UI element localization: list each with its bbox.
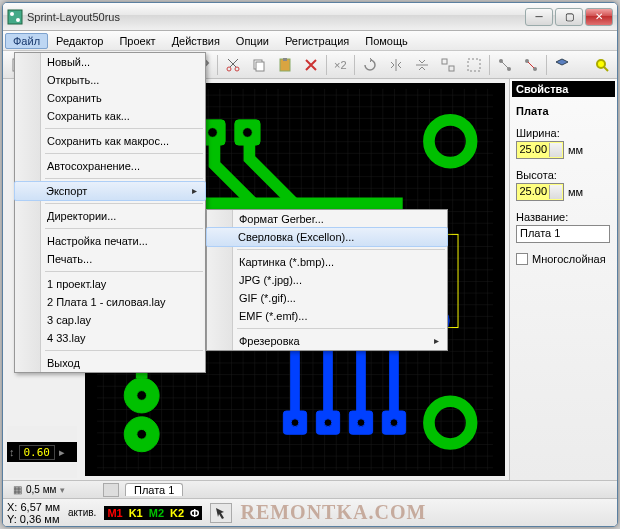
tool-paste[interactable] — [274, 54, 296, 76]
tool-rotate[interactable] — [359, 54, 381, 76]
svg-point-35 — [208, 128, 218, 138]
width-label: Ширина: — [516, 127, 611, 139]
scissors-icon — [225, 57, 241, 73]
file-menu-item-2[interactable]: Сохранить — [15, 89, 205, 107]
copy-icon — [251, 57, 267, 73]
properties-panel: Свойства Плата Ширина: 25.00 мм Высота: … — [509, 79, 617, 480]
x2-label: ×2 — [334, 59, 347, 71]
export-menu-item-8[interactable]: Фрезеровка — [207, 332, 447, 350]
multilayer-checkbox[interactable]: Многослойная — [516, 253, 611, 265]
app-window: Sprint-Layout50rus ─ ▢ ✕ Файл Редактор П… — [2, 2, 618, 527]
tool-layers[interactable] — [551, 54, 573, 76]
left-strip-2 — [7, 464, 77, 478]
maximize-button[interactable]: ▢ — [555, 8, 583, 26]
y-value: 0,36 мм — [20, 513, 60, 525]
file-menu-item-7[interactable]: Автосохранение... — [15, 157, 205, 175]
export-menu-item-5[interactable]: GIF (*.gif)... — [207, 289, 447, 307]
file-menu-item-5[interactable]: Сохранить как макрос... — [15, 132, 205, 150]
separator — [546, 55, 547, 75]
height-label: Высота: — [516, 169, 611, 181]
menu-editor[interactable]: Редактор — [48, 33, 111, 49]
svg-point-29 — [137, 429, 147, 439]
file-menu-item-13[interactable]: Настройка печати... — [15, 232, 205, 250]
watermark: REMONTKA.COM — [240, 501, 426, 524]
export-submenu: Формат Gerber...Сверловка (Excellon)...К… — [206, 209, 448, 351]
menu-file[interactable]: Файл — [5, 33, 48, 49]
app-icon — [7, 9, 23, 25]
tool-mirror-h[interactable] — [385, 54, 407, 76]
file-menu-item-3[interactable]: Сохранить как... — [15, 107, 205, 125]
name-label: Название: — [516, 211, 611, 223]
separator — [354, 55, 355, 75]
file-menu-item-11[interactable]: Директории... — [15, 207, 205, 225]
menu-options[interactable]: Опции — [228, 33, 277, 49]
tool-delete[interactable] — [300, 54, 322, 76]
menu-help[interactable]: Помощь — [357, 33, 416, 49]
svg-rect-11 — [256, 62, 264, 71]
tab-strip: ▦ 0,5 мм ▾ Плата 1 — [3, 480, 617, 498]
file-menu-item-14[interactable]: Печать... — [15, 250, 205, 268]
cursor-icon — [214, 506, 228, 520]
file-menu-item-0[interactable]: Новый... — [15, 53, 205, 71]
coordinates: X: 6,57 мм Y: 0,36 мм — [7, 501, 60, 525]
file-menu-item-16[interactable]: 1 проект.lay — [15, 275, 205, 293]
y-label: Y: — [7, 513, 17, 525]
grid-value: 0,5 мм — [26, 484, 56, 495]
close-button[interactable]: ✕ — [585, 8, 613, 26]
tool-cut[interactable] — [222, 54, 244, 76]
file-menu-dropdown: Новый...Открыть...СохранитьСохранить как… — [14, 52, 206, 373]
file-menu-item-21[interactable]: Выход — [15, 354, 205, 372]
svg-rect-13 — [283, 58, 287, 61]
svg-rect-0 — [8, 10, 22, 24]
file-menu-item-17[interactable]: 2 Плата 1 - силовая.lay — [15, 293, 205, 311]
svg-point-8 — [227, 67, 231, 71]
svg-point-43 — [357, 419, 365, 427]
tool-remove-conn[interactable] — [520, 54, 542, 76]
height-input[interactable]: 25.00 — [516, 183, 564, 201]
tool-mirror-v[interactable] — [411, 54, 433, 76]
connections-icon — [497, 57, 513, 73]
menu-actions[interactable]: Действия — [164, 33, 228, 49]
tool-group[interactable] — [463, 54, 485, 76]
tool-align[interactable] — [437, 54, 459, 76]
file-menu-item-19[interactable]: 4 33.lay — [15, 329, 205, 347]
menu-registration[interactable]: Регистрация — [277, 33, 357, 49]
name-input[interactable]: Плата 1 — [516, 225, 610, 243]
track-width-box[interactable]: ↕ 0.60 ▸ — [7, 442, 77, 462]
svg-point-37 — [243, 128, 253, 138]
width-input[interactable]: 25.00 — [516, 141, 564, 159]
delete-icon — [303, 57, 319, 73]
export-menu-item-6[interactable]: EMF (*.emf)... — [207, 307, 447, 325]
svg-point-21 — [597, 60, 605, 68]
width-unit: мм — [568, 144, 583, 156]
svg-point-1 — [10, 12, 14, 16]
tool-drc[interactable] — [591, 54, 613, 76]
status-tool[interactable] — [210, 503, 232, 523]
file-menu-item-18[interactable]: 3 cap.lay — [15, 311, 205, 329]
x-value: 6,57 мм — [20, 501, 60, 513]
export-menu-item-3[interactable]: Картинка (*.bmp)... — [207, 253, 447, 271]
export-menu-item-0[interactable]: Формат Gerber... — [207, 210, 447, 228]
titlebar: Sprint-Layout50rus ─ ▢ ✕ — [3, 3, 617, 31]
menubar: Файл Редактор Проект Действия Опции Реги… — [3, 31, 617, 51]
separator — [217, 55, 218, 75]
tab-add[interactable] — [103, 483, 119, 497]
layers-icon — [554, 57, 570, 73]
tool-copy[interactable] — [248, 54, 270, 76]
export-menu-item-1[interactable]: Сверловка (Excellon)... — [206, 227, 448, 247]
tool-connections[interactable] — [494, 54, 516, 76]
menu-project[interactable]: Проект — [111, 33, 163, 49]
tab-board-1[interactable]: Плата 1 — [125, 483, 183, 496]
rotate-icon — [362, 57, 378, 73]
window-buttons: ─ ▢ ✕ — [525, 8, 613, 26]
layer-indicator[interactable]: M1K1M2K2Ф — [104, 506, 202, 520]
file-menu-item-1[interactable]: Открыть... — [15, 71, 205, 89]
svg-rect-15 — [449, 66, 454, 71]
svg-rect-16 — [468, 59, 480, 71]
export-menu-item-4[interactable]: JPG (*.jpg)... — [207, 271, 447, 289]
file-menu-item-9[interactable]: Экспорт — [14, 181, 206, 201]
left-strip-1 — [7, 426, 77, 440]
svg-point-39 — [291, 419, 299, 427]
minimize-button[interactable]: ─ — [525, 8, 553, 26]
tool-duplicate[interactable]: ×2 — [331, 54, 350, 76]
